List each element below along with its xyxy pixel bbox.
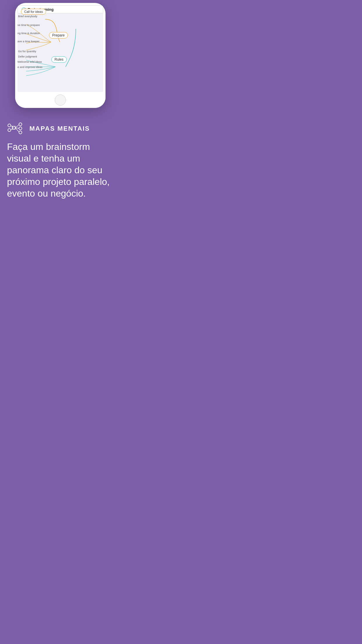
section-title: MAPAS MENTAIS bbox=[29, 125, 90, 132]
svg-point-0 bbox=[8, 124, 11, 127]
section-icon-row: MAPAS MENTAIS bbox=[7, 122, 114, 135]
home-button[interactable] bbox=[55, 94, 66, 106]
rules-label: Rules bbox=[55, 57, 64, 62]
leaf-brief: Brief everybody bbox=[18, 15, 37, 18]
leaf-duration: ng time & duration bbox=[17, 32, 40, 35]
leaf-time-prepare: ve time to prepare bbox=[17, 23, 40, 27]
mindmap-container: Call for ideas Brainstorming Prepare bbox=[17, 5, 103, 92]
svg-point-5 bbox=[19, 123, 22, 126]
call-for-ideas-node: Call for ideas bbox=[21, 9, 46, 15]
mindmap-icon-svg bbox=[7, 122, 26, 135]
mindmap-lines bbox=[17, 5, 103, 92]
section-description: Faça um brainstorm visual e tenha um pan… bbox=[7, 141, 114, 199]
content-section: MAPAS MENTAIS Faça um brainstorm visual … bbox=[0, 114, 121, 206]
leaf-timekeeper: ave a time keeper bbox=[17, 40, 40, 43]
svg-point-1 bbox=[8, 129, 11, 132]
phone-mockup: Call for ideas Brainstorming Prepare bbox=[15, 3, 106, 108]
mind-map-icon bbox=[7, 122, 26, 135]
phone-screen: Call for ideas Brainstorming Prepare bbox=[17, 5, 103, 92]
leaf-judgment: Defer judgment bbox=[18, 55, 37, 58]
svg-point-6 bbox=[19, 127, 22, 130]
phone-bottom bbox=[15, 92, 106, 108]
rules-node: Rules bbox=[51, 56, 67, 63]
svg-line-8 bbox=[15, 125, 19, 128]
phone-section: Call for ideas Brainstorming Prepare bbox=[0, 0, 121, 114]
svg-rect-4 bbox=[12, 126, 15, 129]
prepare-label: Prepare bbox=[52, 33, 65, 37]
svg-point-7 bbox=[19, 131, 22, 134]
leaf-quantity: Go for quantity bbox=[18, 50, 36, 53]
prepare-node: Prepare bbox=[49, 32, 68, 38]
leaf-wild: Welcome wild ideas bbox=[17, 60, 42, 63]
call-for-ideas-label: Call for ideas bbox=[24, 10, 43, 13]
leaf-improve: e and improve ideas bbox=[17, 65, 43, 69]
